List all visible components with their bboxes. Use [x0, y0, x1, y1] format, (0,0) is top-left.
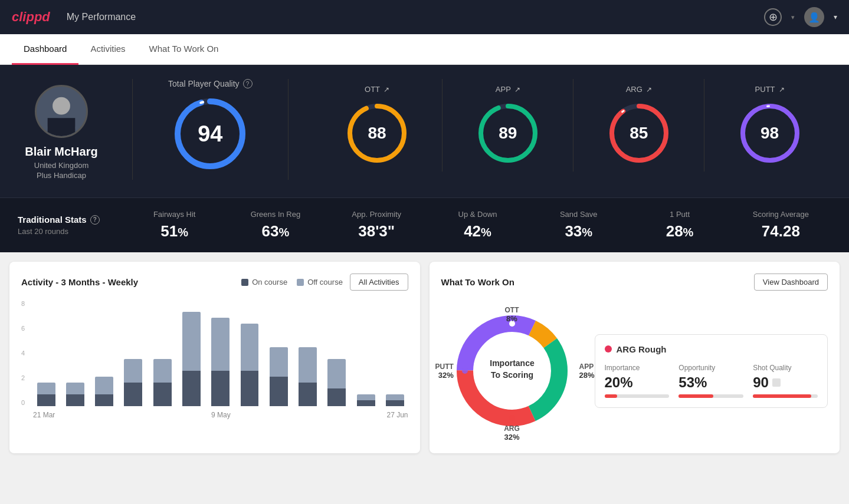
tpq-gauge: 94	[172, 95, 248, 172]
bar-bottom	[299, 383, 317, 406]
avatar-chevron: ▾	[834, 13, 837, 21]
tpq-number: 94	[198, 121, 222, 147]
tab-dashboard[interactable]: Dashboard	[12, 34, 78, 65]
bar-bottom	[386, 400, 404, 406]
shot-quality-fill	[753, 394, 811, 398]
svg-rect-2	[48, 118, 76, 136]
stat-sand-save: Sand Save 33%	[528, 210, 629, 241]
score-ott: OTT ↗ 88	[312, 79, 443, 172]
app-donut-label: APP 28%	[579, 363, 594, 380]
bar-top	[66, 383, 84, 394]
trad-info-icon[interactable]: ?	[90, 215, 100, 225]
player-name: Blair McHarg	[25, 145, 97, 159]
logo: clippd My Performance	[12, 9, 136, 25]
stat-up-and-down: Up & Down 42%	[427, 210, 528, 241]
avatar-icon: 👤	[808, 12, 820, 23]
bar-top	[357, 394, 375, 400]
arg-arrow: ↗	[646, 85, 652, 94]
nav-title: My Performance	[67, 12, 136, 22]
bar-bottom	[153, 383, 172, 406]
ott-donut-label: OTT 8%	[505, 306, 519, 323]
bar-group	[149, 300, 175, 406]
bar-group	[324, 300, 350, 406]
nav-chevron-right: ▾	[791, 14, 795, 21]
tpq-info-icon[interactable]: ?	[243, 79, 253, 88]
wtwo-title: What To Work On	[441, 277, 514, 287]
wtwo-panel-header: What To Work On View Dashboard	[441, 274, 828, 291]
bar-bottom	[37, 394, 55, 406]
arg-importance: Importance 20%	[605, 364, 670, 398]
trad-label: Traditional Stats ?	[18, 215, 124, 225]
bar-group	[62, 300, 88, 406]
ott-label: OTT ↗	[365, 85, 389, 94]
all-activities-button[interactable]: All Activities	[350, 274, 408, 291]
arg-rough-card: ARG Rough Importance 20% Opportunity 53%	[595, 334, 828, 408]
logo-text: clippd	[12, 9, 50, 25]
stat-fairways-hit: Fairways Hit 51%	[124, 210, 225, 241]
arg-score: 85	[630, 124, 648, 143]
stat-scoring-average: Scoring Average 74.28	[730, 210, 831, 241]
bottom-panels: Activity - 3 Months - Weekly On course O…	[0, 252, 849, 463]
ott-score: 88	[368, 124, 386, 143]
putt-gauge: 98	[737, 101, 802, 166]
bar-top	[211, 318, 230, 371]
traditional-stats: Traditional Stats ? Last 20 rounds Fairw…	[0, 197, 849, 252]
ott-gauge: 88	[345, 101, 409, 166]
bar-top	[327, 359, 346, 388]
bar-top	[124, 359, 142, 383]
bar-top	[37, 383, 55, 394]
what-to-work-on-panel: What To Work On View Dashboard	[430, 262, 840, 453]
bar-top	[153, 359, 172, 383]
bar-group	[208, 300, 234, 406]
bar-top	[182, 312, 201, 371]
top-nav: clippd My Performance ⊕ ▾ 👤 ▾	[0, 0, 849, 34]
player-handicap: Plus Handicap	[37, 171, 86, 180]
bar-bottom	[182, 371, 201, 406]
app-arrow: ↗	[514, 85, 520, 94]
bar-top	[95, 377, 113, 394]
legend-off-course-dot	[297, 279, 304, 286]
bar-group	[178, 300, 204, 406]
bar-top	[270, 347, 288, 377]
bar-top	[299, 347, 317, 383]
view-dashboard-button[interactable]: View Dashboard	[754, 274, 828, 291]
score-arg: ARG ↗ 85	[573, 79, 704, 172]
bar-group	[265, 300, 291, 406]
divider-v2	[288, 79, 289, 180]
bar-bottom	[124, 383, 142, 406]
activity-panel-header: Activity - 3 Months - Weekly On course O…	[21, 274, 408, 291]
activity-panel: Activity - 3 Months - Weekly On course O…	[9, 262, 420, 453]
arg-card-dot	[605, 345, 612, 353]
tab-activities[interactable]: Activities	[78, 34, 137, 65]
bar-group	[353, 300, 379, 406]
bar-bottom	[66, 394, 84, 406]
bar-bottom	[327, 388, 346, 406]
tab-what-to-work-on[interactable]: What To Work On	[137, 34, 231, 65]
bar-bottom	[95, 394, 113, 406]
user-avatar[interactable]: 👤	[804, 7, 824, 27]
player-country: United Kingdom	[34, 161, 89, 170]
putt-arrow: ↗	[779, 85, 785, 94]
arg-donut-label: ARG 32%	[504, 424, 520, 442]
svg-text:To Scoring: To Scoring	[490, 370, 533, 380]
stat-1-putt: 1 Putt 28%	[629, 210, 730, 241]
arg-shot-quality: Shot Quality 90	[753, 364, 818, 398]
bar-group	[91, 300, 117, 406]
divider-vertical	[132, 79, 133, 180]
stat-app-proximity: App. Proximity 38'3"	[326, 210, 427, 241]
legend-on-course: On course	[241, 278, 287, 286]
bar-chart	[33, 300, 408, 406]
svg-point-25	[509, 415, 515, 421]
importance-fill	[605, 394, 618, 398]
arg-label: ARG ↗	[626, 85, 652, 94]
tpq-label: Total Player Quality ?	[168, 79, 253, 88]
chart-legend: On course Off course	[241, 278, 343, 286]
putt-label: PUTT ↗	[755, 85, 785, 94]
add-button[interactable]: ⊕	[764, 8, 782, 26]
player-avatar	[35, 85, 88, 138]
bar-group	[294, 300, 320, 406]
bar-bottom	[270, 377, 288, 406]
score-putt: PUTT ↗ 98	[704, 79, 835, 172]
putt-donut-label: PUTT 32%	[435, 363, 454, 380]
tabs-bar: Dashboard Activities What To Work On	[0, 34, 849, 65]
